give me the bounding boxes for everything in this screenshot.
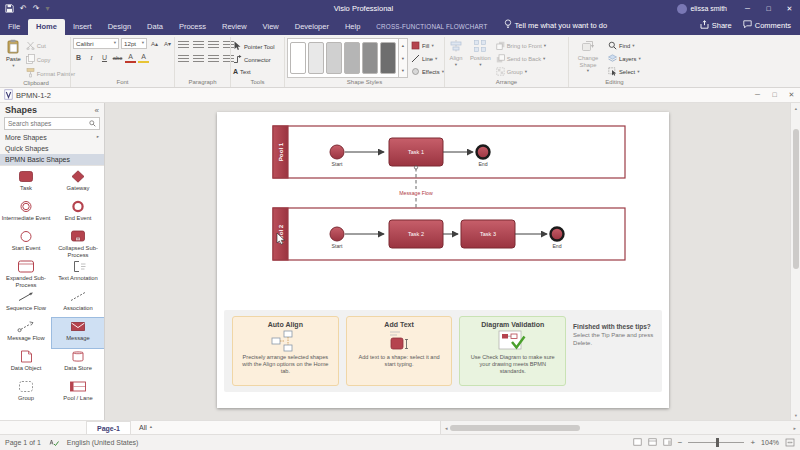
- tab-home[interactable]: Home: [28, 19, 65, 35]
- stencil-item-gateway[interactable]: Gateway: [52, 168, 104, 198]
- all-pages-button[interactable]: All▴: [131, 421, 160, 434]
- fill-button[interactable]: Fill▾: [411, 41, 444, 51]
- send-to-back-button[interactable]: Send to Back▾: [496, 54, 546, 64]
- stencil-item-data-store[interactable]: Data Store: [52, 348, 104, 378]
- full-screen-view-icon[interactable]: [663, 438, 672, 447]
- page-info[interactable]: Page 1 of 1: [5, 439, 41, 446]
- normal-view-icon[interactable]: [633, 438, 642, 447]
- search-shapes-input[interactable]: [8, 120, 87, 127]
- stencil-item-intermediate-event[interactable]: Intermediate Event: [0, 198, 52, 228]
- horizontal-scrollbar[interactable]: ◂ ▸: [440, 421, 800, 434]
- shape-style-thumbnail[interactable]: [290, 42, 306, 74]
- position-button[interactable]: Position▾: [468, 38, 493, 68]
- save-icon[interactable]: [5, 4, 14, 13]
- paste-button[interactable]: Paste ▾: [4, 38, 23, 69]
- stencil-item-message-flow[interactable]: Message Flow: [0, 318, 52, 348]
- find-button[interactable]: Find▾: [608, 41, 641, 51]
- stencil-item-data-object[interactable]: Data Object: [0, 348, 52, 378]
- font-size-select[interactable]: 12pt▾: [121, 38, 147, 49]
- group-button[interactable]: Group▾: [496, 67, 546, 77]
- text-highlight-button[interactable]: A: [138, 53, 149, 63]
- tell-me-box[interactable]: Tell me what you want to do: [504, 19, 608, 35]
- more-shapes-button[interactable]: More Shapes▸: [0, 132, 104, 143]
- stencil-item-expanded-subprocess[interactable]: Expanded Sub-Process: [0, 258, 52, 288]
- tab-file[interactable]: File: [0, 19, 28, 35]
- drawing-canvas[interactable]: Pool 1 Start Task 1 End Message Flow: [105, 103, 800, 420]
- align-center-icon[interactable]: [208, 41, 219, 49]
- tab-contextual-flowchart[interactable]: CROSS-FUNCTIONAL FLOWCHART: [368, 20, 495, 35]
- tab-design[interactable]: Design: [100, 19, 139, 35]
- stencil-item-group[interactable]: Group: [0, 378, 52, 408]
- comments-button[interactable]: Comments: [743, 20, 791, 31]
- stencil-item-association[interactable]: Association: [52, 288, 104, 318]
- shape-style-thumbnail[interactable]: [326, 42, 342, 74]
- end-event-pool2[interactable]: [551, 228, 564, 241]
- shape-style-thumbnail[interactable]: [380, 42, 396, 74]
- scroll-up-icon[interactable]: ▴: [791, 103, 800, 113]
- end-event-pool1[interactable]: [477, 146, 490, 159]
- doc-minimize-button[interactable]: ─: [749, 91, 766, 99]
- shape-style-thumbnail[interactable]: [344, 42, 360, 74]
- fit-page-icon[interactable]: [785, 438, 795, 448]
- doc-close-button[interactable]: ✕: [783, 91, 800, 99]
- cut-button[interactable]: Cut: [26, 41, 75, 51]
- line-spacing-icon[interactable]: [208, 55, 219, 63]
- select-button[interactable]: Select▾: [608, 67, 641, 77]
- horizontal-scroll-thumb[interactable]: [450, 425, 580, 431]
- align-left-icon[interactable]: [193, 41, 204, 49]
- stencil-item-text-annotation[interactable]: Text Annotation: [52, 258, 104, 288]
- italic-button[interactable]: I: [86, 52, 97, 63]
- change-shape-button[interactable]: Change Shape▾: [571, 38, 605, 75]
- gallery-more-icon[interactable]: ▾: [399, 64, 407, 77]
- stencil-item-sequence-flow[interactable]: Sequence Flow: [0, 288, 52, 318]
- redo-icon[interactable]: ↷: [33, 4, 40, 13]
- tab-developer[interactable]: Developer: [287, 19, 337, 35]
- align-button[interactable]: Align▾: [447, 38, 465, 68]
- bpmn-diagram[interactable]: Pool 1 Start Task 1 End Message Flow: [217, 112, 669, 308]
- minimize-button[interactable]: ─: [737, 0, 758, 17]
- stencil-item-task[interactable]: Task: [0, 168, 52, 198]
- user-account[interactable]: elissa smith: [677, 4, 727, 14]
- indent-increase-icon[interactable]: [193, 55, 204, 63]
- stencil-bpmn-basic-shapes[interactable]: BPMN Basic Shapes: [0, 154, 104, 165]
- scroll-right-icon[interactable]: ▸: [791, 425, 798, 431]
- vertical-scrollbar[interactable]: ▴ ▾: [790, 103, 800, 420]
- page-tab-page1[interactable]: Page-1: [86, 421, 131, 434]
- stencil-item-start-event[interactable]: Start Event: [0, 228, 52, 258]
- tab-data[interactable]: Data: [139, 19, 171, 35]
- zoom-out-button[interactable]: −: [678, 438, 683, 447]
- vertical-scroll-thumb[interactable]: [793, 129, 799, 269]
- share-button[interactable]: Share: [700, 20, 732, 31]
- qat-customize-icon[interactable]: ▾: [45, 5, 49, 13]
- search-shapes-box[interactable]: [4, 117, 100, 130]
- pointer-tool-button[interactable]: Pointer Tool: [233, 41, 275, 52]
- line-button[interactable]: Line▾: [411, 54, 444, 64]
- start-event-pool2[interactable]: [330, 227, 344, 241]
- tab-process[interactable]: Process: [171, 19, 214, 35]
- zoom-in-button[interactable]: +: [750, 438, 755, 447]
- drawing-page[interactable]: Pool 1 Start Task 1 End Message Flow: [217, 112, 669, 408]
- presentation-view-icon[interactable]: [648, 438, 657, 447]
- shrink-font-button[interactable]: A▾: [162, 38, 173, 49]
- tips-pane[interactable]: Auto Align Precisely arrange selected sh…: [224, 310, 662, 392]
- grow-font-button[interactable]: A▴: [149, 38, 160, 49]
- tab-review[interactable]: Review: [214, 19, 255, 35]
- zoom-slider[interactable]: [688, 442, 744, 443]
- start-event-pool1[interactable]: [330, 145, 344, 159]
- font-color-button[interactable]: A: [125, 53, 136, 63]
- format-painter-button[interactable]: Format Painter: [26, 68, 75, 79]
- stencil-item-pool-lane[interactable]: Pool / Lane: [52, 378, 104, 408]
- connector-tool-button[interactable]: Connector: [233, 55, 275, 65]
- layers-button[interactable]: Layers▾: [608, 54, 641, 64]
- stencil-item-message[interactable]: Message: [52, 318, 104, 348]
- bring-to-front-button[interactable]: Bring to Front▾: [496, 41, 546, 51]
- tab-help[interactable]: Help: [337, 19, 368, 35]
- bold-button[interactable]: B: [73, 52, 84, 63]
- scroll-down-icon[interactable]: ▾: [791, 410, 800, 420]
- shape-style-thumbnail[interactable]: [362, 42, 378, 74]
- close-button[interactable]: ✕: [779, 0, 800, 17]
- underline-button[interactable]: U: [99, 52, 110, 63]
- stencil-item-end-event[interactable]: End Event: [52, 198, 104, 228]
- bullets-icon[interactable]: [178, 41, 189, 49]
- zoom-slider-thumb[interactable]: [716, 438, 719, 447]
